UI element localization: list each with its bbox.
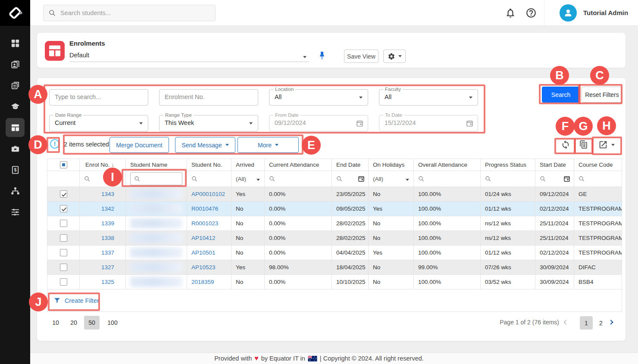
column-header-current_attendance[interactable]: Current Attendance (265, 159, 332, 171)
sidebar-item-dashboard[interactable] (6, 34, 25, 53)
link-student_no[interactable]: R0010476 (191, 205, 218, 212)
page-size-20[interactable]: 20 (66, 316, 81, 330)
sidebar-item-network[interactable] (6, 181, 25, 200)
filter-cell-end_date[interactable] (332, 171, 369, 187)
sidebar-item-settings[interactable] (6, 202, 25, 221)
row-checkbox[interactable] (60, 278, 67, 286)
sidebar-item-students[interactable] (6, 55, 25, 74)
filter-cell-current_attendance[interactable] (265, 171, 332, 187)
sidebar-item-documents[interactable] (6, 76, 25, 95)
date-range-select[interactable]: Date Range Current (49, 115, 148, 131)
search-icon[interactable] (269, 176, 275, 182)
type-to-search-input[interactable] (55, 93, 141, 100)
link-student_no[interactable]: AP10523 (191, 264, 216, 271)
link-student_no[interactable]: AP10501 (191, 249, 216, 256)
filter-cell-start_date[interactable] (535, 171, 574, 187)
sidebar-item-finance[interactable]: $ (6, 160, 25, 179)
filter-select-arrived[interactable]: (All) (236, 176, 246, 182)
calendar-icon[interactable] (358, 175, 365, 182)
link-enrol_no[interactable]: 1342 (101, 205, 114, 212)
row-checkbox[interactable] (60, 234, 67, 242)
column-header-on_holidays[interactable]: On Holidays (369, 159, 414, 171)
filter-select-on_holidays[interactable]: (All) (373, 176, 383, 182)
link-student_no[interactable]: AP00010102 (191, 191, 225, 197)
search-icon[interactable] (84, 176, 91, 182)
type-to-search-field[interactable] (49, 89, 148, 106)
save-view-button[interactable]: Save View (344, 50, 378, 63)
column-header-arrived[interactable]: Arrived (231, 159, 265, 171)
filter-cell-overall_attendance[interactable] (414, 171, 481, 187)
enrolment-no-field[interactable] (159, 89, 258, 106)
export-icon[interactable] (598, 140, 608, 149)
link-enrol_no[interactable]: 1338 (101, 235, 114, 241)
page-size-100[interactable]: 100 (103, 316, 122, 330)
row-checkbox[interactable] (60, 220, 67, 227)
search-icon[interactable] (336, 176, 343, 182)
sidebar-item-services[interactable] (6, 139, 25, 158)
link-enrol_no[interactable]: 1325 (101, 279, 114, 285)
calendar-icon[interactable] (563, 175, 570, 182)
filter-cell-student_name[interactable] (126, 171, 187, 187)
to-date-field[interactable]: To Date 15/12/2024 (379, 115, 478, 131)
link-student_no[interactable]: AP10412 (191, 235, 216, 241)
create-filter-link[interactable]: Create Filter (53, 289, 99, 311)
filter-cell-arrived[interactable]: (All) (231, 171, 265, 187)
row-checkbox[interactable] (60, 205, 67, 212)
search-icon[interactable] (579, 176, 585, 182)
search-icon[interactable] (540, 176, 546, 182)
view-select[interactable]: Default (69, 49, 309, 62)
help-icon[interactable] (525, 7, 537, 19)
search-icon[interactable] (418, 176, 425, 182)
faculty-select[interactable]: Faculty All (379, 89, 478, 106)
student-name-filter-input[interactable] (130, 172, 182, 185)
from-date-field[interactable]: From Date 09/12/2024 (269, 115, 368, 131)
column-header-progress_status[interactable]: Progress Status (481, 159, 535, 171)
send-message-button[interactable]: Send Message (175, 137, 235, 153)
search-students-input[interactable] (60, 9, 203, 16)
page-size-50[interactable]: 50 (84, 316, 100, 330)
sidebar-item-enrolments[interactable] (6, 118, 25, 137)
column-header-overall_attendance[interactable]: Overall Attendance (414, 159, 481, 171)
filter-cell-student_no[interactable] (187, 171, 231, 187)
range-type-select[interactable]: Range Type This Week (159, 115, 258, 131)
page-number-2[interactable]: 2 (594, 316, 607, 330)
link-enrol_no[interactable]: 1337 (101, 249, 114, 256)
link-enrol_no[interactable]: 1343 (101, 191, 114, 197)
refresh-icon[interactable] (561, 140, 570, 149)
select-all-checkbox[interactable] (60, 161, 67, 168)
global-student-search[interactable] (43, 5, 216, 21)
column-header-start_date[interactable]: Start Date (535, 159, 574, 171)
link-student_no[interactable]: R0001023 (191, 220, 218, 227)
bell-icon[interactable] (505, 7, 516, 19)
next-page-icon[interactable] (608, 320, 613, 324)
page-size-10[interactable]: 10 (48, 316, 63, 330)
column-header-enrol_no[interactable]: Enrol No.↓ (80, 159, 126, 171)
column-header-student_name[interactable]: Student Name (126, 159, 187, 171)
row-checkbox[interactable] (60, 190, 67, 198)
row-checkbox[interactable] (60, 249, 67, 256)
search-button[interactable]: Search (542, 87, 580, 103)
row-checkbox[interactable] (60, 264, 67, 271)
search-icon[interactable] (485, 176, 491, 182)
previous-page-icon[interactable] (563, 320, 568, 324)
merge-document-button[interactable]: Merge Document (109, 137, 169, 153)
column-chooser-icon[interactable] (579, 140, 588, 149)
pin-icon[interactable] (317, 50, 327, 61)
app-logo[interactable] (0, 0, 30, 26)
enrolment-no-input[interactable] (165, 93, 251, 100)
column-header-course_code[interactable]: Course Code (574, 159, 622, 171)
search-icon[interactable] (134, 176, 141, 182)
chevron-down-icon[interactable] (611, 144, 615, 146)
filter-cell-course_code[interactable] (574, 171, 622, 187)
filter-cell-progress_status[interactable] (481, 171, 535, 187)
view-settings-button[interactable] (383, 50, 406, 63)
column-header-end_date[interactable]: End Date (332, 159, 369, 171)
user-name[interactable]: Tutorial Admin (583, 9, 628, 16)
avatar[interactable] (560, 4, 577, 22)
sidebar-item-courses[interactable] (6, 97, 25, 116)
search-icon[interactable] (191, 176, 198, 182)
location-select[interactable]: Location All (269, 89, 368, 106)
page-number-1[interactable]: 1 (580, 316, 593, 330)
link-enrol_no[interactable]: 1327 (101, 264, 114, 271)
link-enrol_no[interactable]: 1339 (101, 220, 114, 227)
